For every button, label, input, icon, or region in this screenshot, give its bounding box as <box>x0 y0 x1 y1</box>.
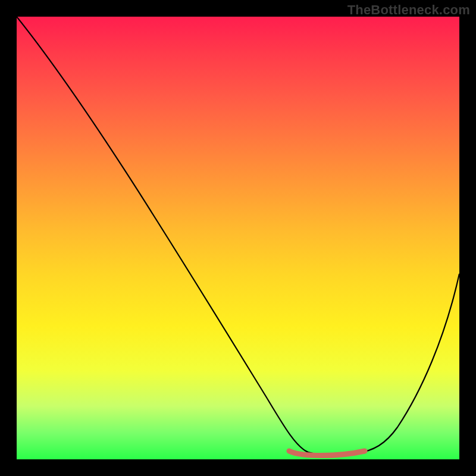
chart-frame: TheBottleneck.com <box>0 0 476 476</box>
optimal-range-marker <box>289 451 365 456</box>
curve-layer <box>17 17 459 459</box>
plot-area <box>17 17 459 459</box>
bottleneck-curve <box>17 17 459 455</box>
watermark-text: TheBottleneck.com <box>347 2 470 18</box>
